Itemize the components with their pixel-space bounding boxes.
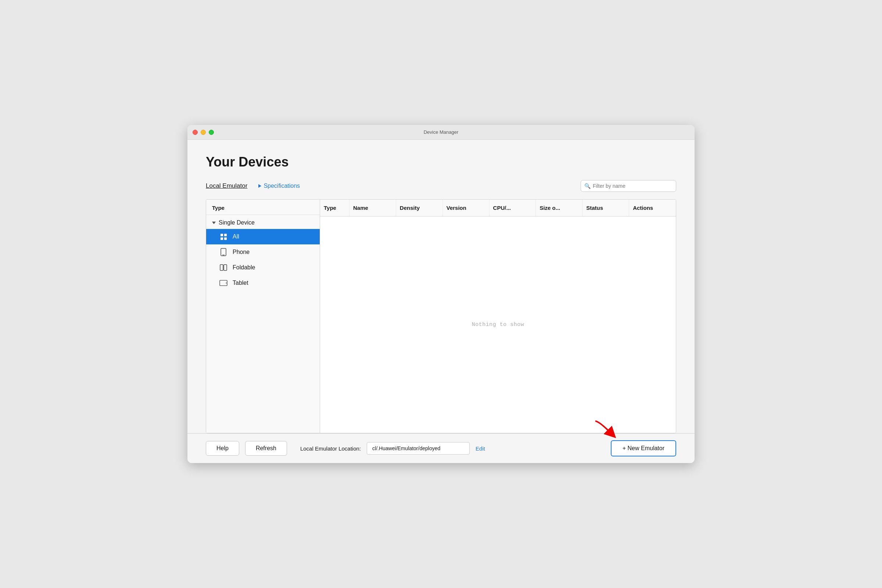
tablet-icon bbox=[219, 279, 228, 287]
new-emulator-button[interactable]: + New Emulator bbox=[611, 440, 676, 456]
col-status: Status bbox=[582, 200, 629, 216]
sidebar-item-phone[interactable]: Phone bbox=[206, 244, 320, 260]
app-window: Device Manager Your Devices Local Emulat… bbox=[188, 125, 694, 463]
col-type: Type bbox=[320, 200, 350, 216]
table-body: Nothing to show bbox=[320, 216, 676, 433]
sidebar-item-phone-label: Phone bbox=[232, 249, 249, 255]
refresh-button[interactable]: Refresh bbox=[245, 441, 287, 456]
phone-icon bbox=[219, 248, 228, 256]
location-input[interactable] bbox=[367, 442, 470, 454]
svg-rect-1 bbox=[222, 255, 225, 255]
table-header: Type Name Density Version CPU/... Size o… bbox=[320, 200, 676, 216]
col-name: Name bbox=[350, 200, 396, 216]
sidebar-item-tablet[interactable]: Tablet bbox=[206, 275, 320, 291]
maximize-button[interactable] bbox=[209, 130, 214, 135]
search-icon: 🔍 bbox=[584, 183, 591, 189]
col-cpu: CPU/... bbox=[489, 200, 536, 216]
spec-triangle-icon bbox=[258, 184, 261, 188]
col-actions: Actions bbox=[629, 200, 676, 216]
specifications-label: Specifications bbox=[264, 183, 300, 189]
table-area: Type Name Density Version CPU/... Size o… bbox=[320, 200, 676, 433]
sidebar-item-foldable-label: Foldable bbox=[232, 264, 255, 271]
toolbar: Local Emulator Specifications 🔍 bbox=[206, 180, 676, 192]
location-label: Local Emulator Location: bbox=[300, 446, 361, 452]
empty-message: Nothing to show bbox=[472, 322, 524, 328]
traffic-lights bbox=[193, 130, 214, 135]
sidebar-item-foldable[interactable]: Foldable bbox=[206, 260, 320, 275]
main-area: Type Single Device All bbox=[206, 199, 676, 433]
window-title: Device Manager bbox=[424, 129, 459, 135]
footer: Help Refresh Local Emulator Location: Ed… bbox=[188, 433, 694, 463]
page-heading: Your Devices bbox=[206, 154, 676, 170]
col-density: Density bbox=[396, 200, 443, 216]
specifications-button[interactable]: Specifications bbox=[258, 183, 580, 189]
help-button[interactable]: Help bbox=[206, 441, 239, 456]
close-button[interactable] bbox=[193, 130, 198, 135]
all-icon bbox=[219, 232, 228, 241]
sidebar-item-tablet-label: Tablet bbox=[232, 280, 248, 286]
sidebar: Type Single Device All bbox=[206, 200, 320, 433]
main-content: Your Devices Local Emulator Specificatio… bbox=[188, 140, 694, 433]
single-device-label: Single Device bbox=[219, 219, 255, 226]
titlebar: Device Manager bbox=[188, 125, 694, 140]
minimize-button[interactable] bbox=[201, 130, 206, 135]
section-expand-icon bbox=[212, 222, 216, 224]
svg-rect-2 bbox=[220, 265, 223, 270]
col-size: Size o... bbox=[536, 200, 582, 216]
svg-rect-5 bbox=[226, 282, 226, 284]
svg-rect-3 bbox=[224, 265, 227, 270]
edit-button[interactable]: Edit bbox=[476, 446, 485, 452]
local-emulator-tab[interactable]: Local Emulator bbox=[206, 182, 248, 190]
filter-input[interactable] bbox=[580, 180, 676, 192]
sidebar-item-all[interactable]: All bbox=[206, 229, 320, 244]
foldable-icon bbox=[219, 264, 228, 272]
sidebar-section-title[interactable]: Single Device bbox=[206, 215, 320, 229]
sidebar-header: Type bbox=[206, 200, 320, 215]
sidebar-item-all-label: All bbox=[232, 233, 239, 240]
filter-input-wrap: 🔍 bbox=[580, 180, 676, 192]
col-version: Version bbox=[443, 200, 489, 216]
